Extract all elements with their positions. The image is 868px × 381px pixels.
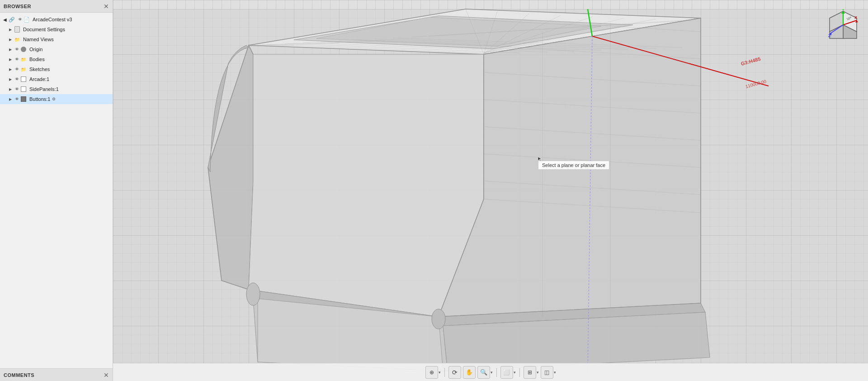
tree-root-item[interactable]: ◀ 🔗 📄 ArcadeContest v3 — [0, 14, 113, 24]
comments-header: COMMENTS ✕ — [0, 368, 113, 381]
browser-close-icon[interactable]: ✕ — [104, 3, 109, 10]
toolbar-zoom-btn[interactable]: 🔍 — [477, 366, 490, 379]
expand-document-settings-icon[interactable] — [7, 26, 14, 33]
svg-text:Y: Y — [842, 9, 844, 11]
comments-title: COMMENTS — [4, 372, 34, 378]
bottom-toolbar: ⊕ ▾ ⟳ ✋ 🔍 ▾ — [113, 363, 868, 381]
viewport[interactable]: G3:H485 110000:00 Select a plane or plan… — [113, 0, 868, 381]
origin-label: Origin — [29, 47, 42, 52]
sketches-label: Sketches — [29, 67, 50, 72]
toolbar-divider-2 — [496, 368, 497, 377]
toolbar-divider-1 — [444, 368, 445, 377]
root-visibility-icon[interactable] — [17, 16, 23, 23]
named-views-folder-icon — [14, 36, 21, 43]
toolbar-orbit-btn[interactable]: ⟳ — [448, 366, 461, 379]
toolbar-grid-btn[interactable]: ⊞ — [524, 366, 536, 379]
orient-cube-svg: X Y Z 1px — [827, 9, 859, 41]
buttons1-visibility-icon[interactable] — [14, 96, 20, 102]
origin-icon — [20, 46, 27, 53]
toolbar-pan-btn[interactable]: ✋ — [463, 366, 476, 379]
svg-text:Z: Z — [828, 33, 831, 38]
expand-sketches-icon[interactable] — [7, 66, 14, 72]
tree-item-named-views[interactable]: Named Views — [0, 34, 113, 44]
app-container: BROWSER ✕ ◀ 🔗 📄 ArcadeContest v3 Documen… — [0, 0, 868, 381]
sidepanels1-visibility-icon[interactable] — [14, 86, 20, 92]
display-dropdown-icon[interactable]: ▾ — [554, 370, 556, 375]
bodies-label: Bodies — [29, 57, 45, 62]
navigate-icon: ⊕ — [429, 369, 434, 376]
expand-bodies-icon[interactable] — [7, 56, 14, 62]
tree-item-arcade1[interactable]: Arcade:1 — [0, 74, 113, 84]
toolbar-fit-group: ⬜ ▾ — [500, 366, 516, 379]
browser-tree: ◀ 🔗 📄 ArcadeContest v3 Document Settings… — [0, 13, 113, 368]
sketches-folder-icon — [20, 66, 27, 73]
sidepanels1-label: SidePanels:1 — [29, 86, 59, 92]
root-doc-icon: 📄 — [23, 16, 30, 23]
svg-text:X: X — [854, 15, 857, 20]
tree-item-origin[interactable]: Origin — [0, 44, 113, 54]
svg-point-4 — [432, 309, 445, 329]
expand-buttons1-icon[interactable] — [7, 96, 14, 102]
document-settings-label: Document Settings — [23, 27, 65, 32]
viewcube-icon: ⬜ — [503, 369, 510, 376]
bodies-folder-icon — [20, 56, 27, 63]
toolbar-navigate-group: ⊕ ▾ — [425, 366, 441, 379]
toolbar-navigate-btn[interactable]: ⊕ — [425, 366, 438, 379]
arcade1-visibility-icon[interactable] — [14, 76, 20, 82]
zoom-dropdown-icon[interactable]: ▾ — [491, 370, 493, 375]
navigate-dropdown-icon[interactable]: ▾ — [439, 370, 441, 375]
named-views-label: Named Views — [23, 37, 54, 42]
orbit-icon: ⟳ — [452, 369, 458, 376]
arcade1-component-icon — [20, 76, 27, 83]
tree-item-buttons1[interactable]: Buttons:1 ⚙ — [0, 94, 113, 104]
toolbar-grid-group: ⊞ ▾ — [524, 366, 539, 379]
browser-header: BROWSER ✕ — [0, 0, 113, 13]
toolbar-divider-3 — [519, 368, 520, 377]
zoom-icon: 🔍 — [480, 369, 487, 376]
expand-origin-icon[interactable] — [7, 46, 14, 52]
tree-item-sidepanels1[interactable]: SidePanels:1 — [0, 84, 113, 94]
bodies-visibility-icon[interactable] — [14, 56, 20, 62]
arcade1-label: Arcade:1 — [29, 76, 49, 82]
grid-dropdown-icon[interactable]: ▾ — [537, 370, 539, 375]
3d-model-svg: G3:H485 110000:00 — [113, 0, 868, 381]
root-link-icon: 🔗 — [8, 16, 15, 23]
display-icon: ◫ — [544, 369, 549, 376]
expand-arcade1-icon[interactable] — [7, 76, 14, 82]
tree-item-bodies[interactable]: Bodies — [0, 54, 113, 64]
buttons1-label: Buttons:1 — [29, 96, 50, 102]
document-settings-icon — [14, 26, 21, 33]
browser-title: BROWSER — [4, 4, 31, 9]
viewcube-dropdown-icon[interactable]: ▾ — [514, 370, 516, 375]
expand-sidepanels1-icon[interactable] — [7, 86, 14, 92]
sketches-visibility-icon[interactable] — [14, 66, 20, 72]
pan-icon: ✋ — [466, 369, 473, 376]
comments-close-icon[interactable]: ✕ — [104, 371, 109, 379]
toolbar-pan-group: ✋ — [463, 366, 476, 379]
orientation-cube[interactable]: X Y Z 1px — [827, 9, 859, 41]
tree-item-document-settings[interactable]: Document Settings — [0, 24, 113, 34]
buttons1-icon — [20, 95, 27, 103]
origin-visibility-icon[interactable] — [14, 46, 20, 52]
sidebar: BROWSER ✕ ◀ 🔗 📄 ArcadeContest v3 Documen… — [0, 0, 113, 381]
toolbar-display-btn[interactable]: ◫ — [541, 366, 553, 379]
sidepanels1-component-icon — [20, 86, 27, 93]
grid-icon: ⊞ — [528, 369, 532, 376]
toolbar-zoom-group: 🔍 ▾ — [477, 366, 493, 379]
collapse-all-icon[interactable]: ◀ — [2, 16, 8, 23]
toolbar-viewcube-btn[interactable]: ⬜ — [500, 366, 513, 379]
toolbar-display-group: ◫ ▾ — [541, 366, 556, 379]
tree-item-sketches[interactable]: Sketches — [0, 64, 113, 74]
buttons1-extra-icon[interactable]: ⚙ — [52, 97, 56, 101]
svg-point-3 — [246, 283, 260, 305]
expand-named-views-icon[interactable] — [7, 36, 14, 43]
toolbar-orbit-group: ⟳ — [448, 366, 461, 379]
root-label: ArcadeContest v3 — [33, 17, 72, 22]
